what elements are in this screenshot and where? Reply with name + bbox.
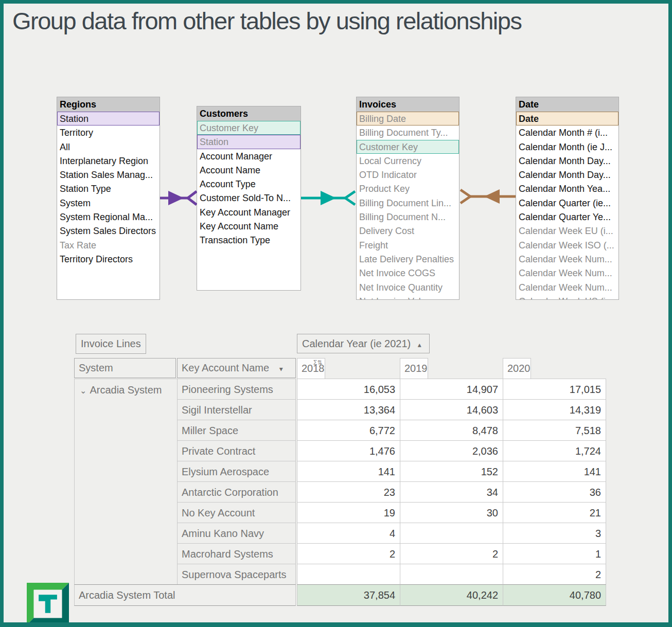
value-cell[interactable] bbox=[400, 523, 503, 544]
field-item[interactable]: Customer Key bbox=[357, 140, 459, 154]
field-item[interactable]: Customer Sold-To N... bbox=[197, 191, 300, 205]
field-item[interactable]: Interplanetary Region bbox=[57, 154, 160, 168]
row-label[interactable]: Sigil Interstellar bbox=[177, 399, 296, 420]
relationship-arrow-customers-invoices[interactable] bbox=[301, 189, 356, 207]
field-item[interactable]: Account Manager bbox=[197, 149, 300, 163]
value-cell[interactable]: 34 bbox=[400, 481, 503, 503]
field-item[interactable]: Calendar Week Num... bbox=[516, 252, 618, 266]
field-item[interactable]: Territory Directors bbox=[57, 252, 160, 266]
group-cell-arcadia-system[interactable]: ⌄Arcadia System bbox=[74, 379, 178, 585]
field-item[interactable]: Customer Key bbox=[197, 121, 300, 135]
value-cell[interactable]: 1,724 bbox=[503, 440, 606, 461]
column-header-2018[interactable]: 2018 Σ⇅ bbox=[297, 358, 325, 379]
field-item[interactable]: OTD Indicator bbox=[357, 168, 459, 182]
field-item[interactable]: Calendar Week EU (i... bbox=[516, 224, 618, 238]
row-label[interactable]: Macrohard Systems bbox=[177, 543, 296, 564]
measure-field-button[interactable]: Invoice Lines bbox=[76, 334, 146, 354]
field-item[interactable]: Calendar Week ISO (... bbox=[516, 238, 618, 252]
value-cell[interactable] bbox=[400, 564, 503, 585]
panel-title-invoices[interactable]: Invoices bbox=[357, 97, 459, 112]
field-item[interactable]: Calendar Week Num... bbox=[516, 266, 618, 280]
field-item-clipped[interactable]: Calendar Week US (i... bbox=[516, 294, 618, 300]
value-cell[interactable]: 2 bbox=[297, 543, 400, 564]
field-item[interactable]: Calendar Month Day... bbox=[516, 168, 618, 182]
value-cell[interactable]: 2 bbox=[400, 543, 503, 564]
value-cell[interactable]: 19 bbox=[297, 502, 400, 523]
chevron-down-icon[interactable]: ▾ bbox=[279, 365, 283, 373]
value-cell[interactable]: 4 bbox=[297, 523, 400, 544]
relationship-arrow-regions-customers[interactable] bbox=[160, 189, 197, 207]
field-item[interactable]: Calendar Week Num... bbox=[516, 280, 618, 294]
collapse-chevron-icon[interactable]: ⌄ bbox=[80, 386, 86, 395]
field-item[interactable]: Key Account Manager bbox=[197, 205, 300, 219]
row-label[interactable]: Pioneering Systems bbox=[177, 379, 296, 400]
field-item[interactable]: Station bbox=[197, 135, 300, 149]
value-cell[interactable]: 16,053 bbox=[297, 379, 400, 400]
row-label[interactable]: No Key Account bbox=[177, 502, 296, 523]
value-cell[interactable]: 6,772 bbox=[297, 420, 400, 441]
field-item[interactable]: Billing Date bbox=[357, 112, 459, 126]
value-cell[interactable]: 141 bbox=[297, 461, 400, 482]
value-cell[interactable]: 8,478 bbox=[400, 420, 503, 441]
field-item[interactable]: Delivery Cost bbox=[357, 224, 459, 238]
field-item[interactable]: Billing Document Ty... bbox=[357, 126, 459, 139]
field-item[interactable]: System Sales Directors bbox=[57, 224, 160, 238]
column-header-2020[interactable]: 2020 bbox=[503, 358, 531, 379]
value-cell[interactable]: 14,603 bbox=[400, 399, 503, 420]
field-item[interactable]: Account Name bbox=[197, 163, 300, 177]
field-item[interactable]: Tax Rate bbox=[57, 238, 160, 252]
field-item[interactable]: Station bbox=[57, 112, 160, 126]
field-item[interactable]: Calendar Month # (i... bbox=[516, 126, 618, 139]
row-label[interactable]: Antarctic Corporation bbox=[177, 481, 296, 503]
column-header-2019[interactable]: 2019 bbox=[400, 358, 428, 379]
value-cell[interactable]: 141 bbox=[503, 461, 606, 482]
field-item[interactable]: Station Type bbox=[57, 182, 160, 195]
value-cell[interactable]: 17,015 bbox=[503, 379, 606, 400]
sum-sort-icon[interactable]: Σ⇅ bbox=[313, 360, 322, 366]
field-item[interactable]: Station Sales Manag... bbox=[57, 168, 160, 182]
row-label[interactable]: Private Contract bbox=[177, 440, 296, 461]
value-cell[interactable]: 2,036 bbox=[400, 440, 503, 461]
value-cell[interactable]: 13,364 bbox=[297, 399, 400, 420]
row-label[interactable]: Miller Space bbox=[177, 420, 296, 441]
row-header-system[interactable]: System bbox=[74, 358, 176, 378]
field-item[interactable]: Calendar Quarter (ie... bbox=[516, 196, 618, 210]
row-header-key-account-name[interactable]: Key Account Name ▾ bbox=[177, 358, 296, 378]
field-item[interactable]: Net Invoice COGS bbox=[357, 266, 459, 280]
value-cell[interactable]: 30 bbox=[400, 502, 503, 523]
field-item[interactable]: All bbox=[57, 140, 160, 154]
value-cell[interactable]: 152 bbox=[400, 461, 503, 482]
row-label[interactable]: Elysium Aerospace bbox=[177, 461, 296, 482]
field-item[interactable]: Billing Document Lin... bbox=[357, 196, 459, 210]
panel-title-date[interactable]: Date bbox=[516, 97, 618, 112]
value-cell[interactable]: 1 bbox=[503, 543, 606, 564]
field-item[interactable]: Late Delivery Penalties bbox=[357, 252, 459, 266]
value-cell[interactable]: 21 bbox=[503, 502, 606, 523]
field-item[interactable]: Billing Document N... bbox=[357, 210, 459, 224]
field-item[interactable]: System Regional Ma... bbox=[57, 210, 160, 224]
field-item[interactable]: Transaction Type bbox=[197, 233, 300, 247]
field-item[interactable]: Key Account Name bbox=[197, 219, 300, 233]
field-item[interactable]: Calendar Month Day... bbox=[516, 154, 618, 168]
field-item[interactable]: Net Invoice Quantity bbox=[357, 280, 459, 294]
field-item[interactable]: Territory bbox=[57, 126, 160, 139]
row-label[interactable]: Supernova Spaceparts bbox=[177, 564, 296, 585]
value-cell[interactable]: 2 bbox=[503, 564, 606, 585]
value-cell[interactable]: 1,476 bbox=[297, 440, 400, 461]
field-item[interactable]: Date bbox=[516, 112, 618, 126]
value-cell[interactable]: 23 bbox=[297, 481, 400, 503]
field-item[interactable]: Calendar Quarter Ye... bbox=[516, 210, 618, 224]
field-item[interactable]: Calendar Month Yea... bbox=[516, 182, 618, 195]
field-item[interactable]: Local Currency bbox=[357, 154, 459, 168]
panel-title-regions[interactable]: Regions bbox=[57, 97, 160, 112]
value-cell[interactable]: 3 bbox=[503, 523, 606, 544]
value-cell[interactable] bbox=[297, 564, 400, 585]
field-item-clipped[interactable]: Net Invoice Val... bbox=[357, 294, 459, 300]
column-field-button[interactable]: Calendar Year (ie 2021) ▴ bbox=[297, 334, 430, 353]
relationship-arrow-date-invoices[interactable] bbox=[459, 187, 516, 206]
field-item[interactable]: Calendar Month (ie J... bbox=[516, 140, 618, 154]
value-cell[interactable]: 14,907 bbox=[400, 379, 503, 400]
panel-title-customers[interactable]: Customers bbox=[197, 106, 300, 121]
field-item[interactable]: Product Key bbox=[357, 182, 459, 195]
value-cell[interactable]: 7,518 bbox=[503, 420, 606, 441]
